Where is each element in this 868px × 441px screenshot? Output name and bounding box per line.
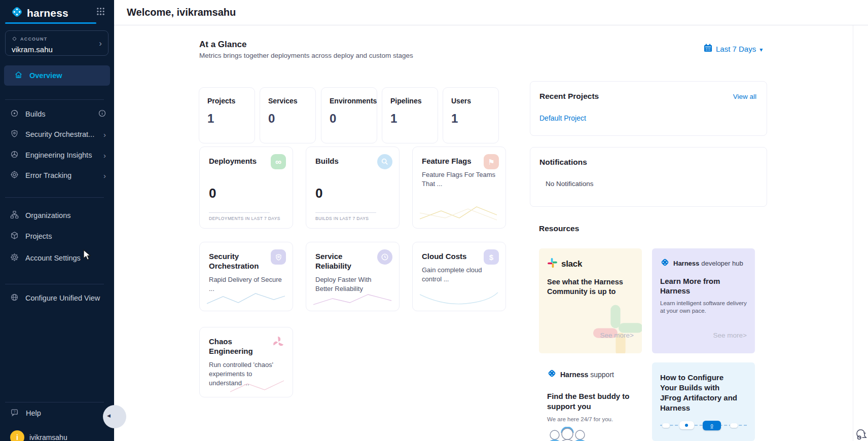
sidebar-collapse-handle[interactable] [103,405,126,428]
date-range-selector[interactable]: Last 7 Days [704,44,763,54]
security-shield-icon [271,249,286,265]
stat-card-environments[interactable]: Environments 0 [321,87,377,143]
module-card-service-reliability[interactable]: Service Reliability Deploy Faster With B… [306,242,400,311]
divider [5,99,104,100]
svg-text:?: ? [14,409,16,414]
chat-widget-icon[interactable] [856,427,867,441]
sidebar-item-security-orchestration[interactable]: Security Orchestrat... [0,124,114,144]
feature-flags-icon [484,154,499,169]
sidebar-item-label: Overview [29,71,62,80]
resource-card-slack[interactable]: slack See what the Harness Community is … [539,248,642,353]
sidebar-item-account-settings[interactable]: Account Settings [0,248,114,268]
chevron-right-icon [103,171,106,180]
date-range-label: Last 7 Days [716,45,756,53]
module-title: Feature Flags [422,156,479,166]
account-selector[interactable]: ACCOUNT vikram.sahu [5,30,108,56]
sidebar-item-organizations[interactable]: Organizations [0,205,114,226]
gear-icon [10,253,19,263]
module-title: Builds [315,156,372,166]
stat-value: 0 [268,112,307,126]
resource-card-title: See what the Harness Community is up to [547,277,627,297]
home-icon [14,70,23,81]
section-title-at-a-glance: At a Glance [199,40,247,50]
module-card-chaos-engineering[interactable]: Chaos Engineering Run controlled 'chaos'… [199,327,293,397]
harness-logo-icon [10,5,24,21]
module-card-cloud-costs[interactable]: Cloud Costs Gain complete cloud control … [412,242,506,311]
stat-value: 1 [451,112,490,126]
account-label: ACCOUNT [20,36,47,42]
stat-label: Environments [330,97,369,105]
sidebar-item-label: Error Tracking [25,171,71,179]
avatar: i [10,430,24,441]
cloud-costs-icon [484,249,499,265]
shield-icon [10,129,19,139]
resource-card-developer-hub[interactable]: Harness developer hub Learn More from Ha… [652,248,755,353]
resource-card-jfrog-builds[interactable]: How to Configure Your Builds with JFrog … [652,362,755,441]
builds-icon [10,109,19,119]
sidebar-item-projects[interactable]: Projects [0,226,114,246]
module-description: Feature Flags For Teams That ... [422,170,496,189]
page-header: Welcome, ivikramsahu [114,0,868,25]
scrollbar-track[interactable] [853,25,853,441]
stat-label: Users [451,97,490,105]
resource-card-subtitle: Learn intelligent software delivery at y… [660,300,747,315]
resource-card-support[interactable]: Harness support Find the Best buddy to s… [539,363,642,441]
collapse-left-icon [107,413,111,418]
module-card-deployments[interactable]: Deployments 0 DEPLOYMENTS IN LAST 7 DAYS [199,146,293,229]
sidebar-item-label: Builds [25,110,46,118]
stat-card-projects[interactable]: Projects 1 [199,87,255,143]
brand-name: Harness [673,260,699,267]
view-all-link[interactable]: View all [733,93,756,100]
divider [209,212,270,213]
sidebar-item-label: Help [26,409,41,417]
sidebar-item-configure-unified-view[interactable]: Configure Unified View [0,288,114,308]
module-card-feature-flags[interactable]: Feature Flags Feature Flags For Teams Th… [412,146,506,229]
builds-search-icon [377,154,392,169]
sidebar-item-label: Projects [25,232,52,240]
sidebar-item-error-tracking[interactable]: Error Tracking [0,165,114,186]
module-title: Chaos Engineering [209,337,266,356]
reliability-clock-icon [377,249,392,265]
stat-card-services[interactable]: Services 0 [260,87,316,143]
sidebar-item-overview[interactable]: Overview [4,65,110,86]
user-name: ivikramsahu [29,433,67,441]
divider [5,197,104,198]
see-more-link[interactable]: See more> [600,332,634,339]
sidebar-item-engineering-insights[interactable]: Engineering Insights [0,145,114,165]
insights-icon [10,150,19,160]
stat-value: 0 [330,112,369,126]
app-grid-icon[interactable] [96,7,105,18]
project-link-default-project[interactable]: Default Project [539,114,586,122]
notifications-title: Notifications [539,158,757,167]
resource-card-title: Learn More from Harness [660,276,731,296]
resource-card-title: Find the Best buddy to support you [547,391,634,412]
brand-name: harness [27,7,68,19]
stat-card-users[interactable]: Users 1 [443,87,499,143]
recent-projects-title: Recent Projects [539,92,757,101]
pipeline-node-active: 0 [703,421,721,430]
sidebar-item-builds[interactable]: Builds [0,104,114,124]
notifications-empty-text: No Notifications [546,180,594,188]
pipeline-illustration: 0 [660,418,747,433]
error-tracking-icon [10,170,19,180]
cube-icon [10,231,19,241]
sidebar: harness ACCOUNT vikram.sahu Overview Bui… [0,0,114,441]
slack-brand-name: slack [561,259,582,269]
chevron-down-icon [760,45,763,53]
stat-card-pipelines[interactable]: Pipelines 1 [382,87,438,143]
stat-label: Services [268,97,307,105]
module-card-builds[interactable]: Builds 0 BUILDS IN LAST 7 DAYS [306,146,400,229]
harness-logo-icon [547,369,557,380]
sidebar-item-label: Security Orchestrat... [25,130,94,138]
module-card-security-orchestration[interactable]: Security Orchestration Rapid Delivery of… [199,242,293,311]
notifications-card: Notifications No Notifications [530,147,767,207]
info-icon[interactable] [98,109,106,119]
sidebar-user-row[interactable]: i ivikramsahu [0,427,114,441]
pipeline-node [662,423,670,428]
resource-card-title: How to Configure Your Builds with JFrog … [660,373,741,413]
see-more-link[interactable]: See more> [713,332,747,339]
module-title: Security Orchestration [209,251,266,271]
calendar-icon [704,44,712,54]
module-title: Cloud Costs [422,251,479,261]
sidebar-item-help[interactable]: ? Help [0,403,114,423]
